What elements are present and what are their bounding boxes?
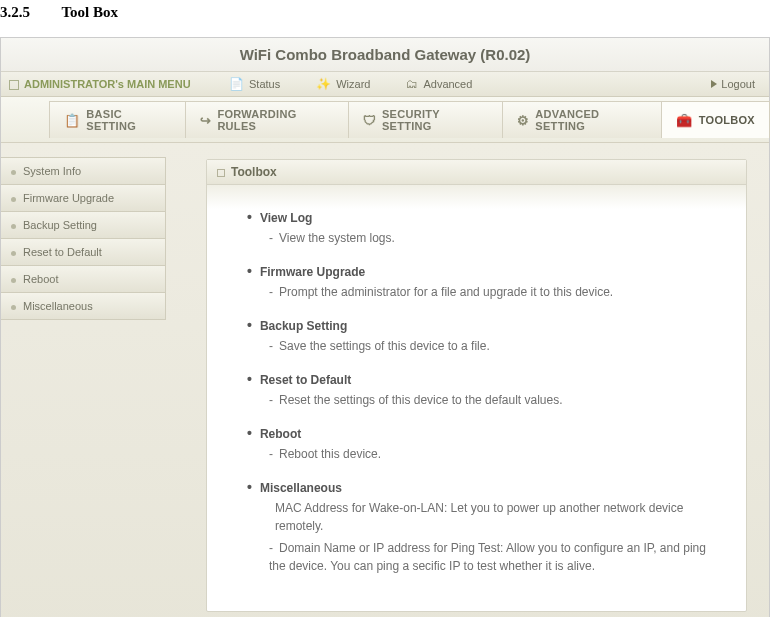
tab-security-setting[interactable]: 🛡SECURITY SETTING [348,101,503,138]
router-admin-window: WiFi Combo Broadband Gateway (R0.02) ADM… [0,37,770,617]
bullet-icon [11,305,16,310]
panel-header-icon [217,169,225,177]
window-header: WiFi Combo Broadband Gateway (R0.02) [1,38,769,72]
bullet-icon [11,278,16,283]
sidebar-item[interactable]: Backup Setting [1,212,166,239]
toolbox-entry-desc: Reboot this device. [247,445,716,463]
toolbox-entry-desc: Save the settings of this device to a fi… [247,337,716,355]
toolbox-entry-desc: Reset the settings of this device to the… [247,391,716,409]
bullet-icon [11,197,16,202]
toolbox-entry: MiscellaneousMAC Address for Wake-on-LAN… [247,479,716,575]
sidebar-item-label: Firmware Upgrade [23,192,114,204]
advanced-setting-icon: ⚙ [517,113,529,128]
toolbox-entry-desc: View the system logs. [247,229,716,247]
admin-icon [9,80,19,90]
advanced-icon: 🗂 [406,77,418,91]
toolbox-entry: View LogView the system logs. [247,209,716,247]
bullet-icon [11,224,16,229]
bullet-icon [11,251,16,256]
toolbox-panel: Toolbox View LogView the system logs.Fir… [206,159,747,612]
body-area: System InfoFirmware UpgradeBackup Settin… [1,143,769,617]
sidebar-item[interactable]: Reset to Default [1,239,166,266]
toolbox-icon: 🧰 [676,113,692,128]
admin-menu-label: ADMINISTRATOR's MAIN MENU [1,78,211,90]
section-title: Tool Box [61,4,118,20]
sidebar-item[interactable]: Miscellaneous [1,293,166,320]
content-area: Toolbox View LogView the system logs.Fir… [166,143,769,617]
toolbox-entry-title[interactable]: Backup Setting [247,317,716,333]
sidebar-item-label: System Info [23,165,81,177]
sidebar-item[interactable]: Reboot [1,266,166,293]
tab-toolbox[interactable]: 🧰TOOLBOX [661,101,770,138]
bullet-icon [11,170,16,175]
sidebar-item-label: Backup Setting [23,219,97,231]
basic-setting-icon: 📋 [64,113,80,128]
section-number: 3.2.5 [0,4,30,20]
toolbox-entry: Backup SettingSave the settings of this … [247,317,716,355]
main-menu-bar: ADMINISTRATOR's MAIN MENU 📄Status ✨Wizar… [1,72,769,97]
toolbox-entry-title[interactable]: View Log [247,209,716,225]
toolbox-entry: Firmware UpgradePrompt the administrator… [247,263,716,301]
panel-title: Toolbox [231,165,277,179]
menu-wizard[interactable]: ✨Wizard [298,77,388,91]
toolbox-entry-title[interactable]: Firmware Upgrade [247,263,716,279]
sidebar-item-label: Miscellaneous [23,300,93,312]
status-icon: 📄 [229,77,244,91]
tab-basic-setting[interactable]: 📋BASIC SETTING [49,101,186,138]
sidebar-item[interactable]: System Info [1,157,166,185]
panel-gradient [207,185,746,209]
doc-section-heading: 3.2.5 Tool Box [0,0,770,37]
logout-arrow-icon [711,80,717,88]
sidebar: System InfoFirmware UpgradeBackup Settin… [1,143,166,617]
menu-advanced[interactable]: 🗂Advanced [388,77,490,91]
toolbox-entry-desc: Domain Name or IP address for Ping Test:… [247,539,716,575]
toolbox-entry-desc: Prompt the administrator for a file and … [247,283,716,301]
sidebar-item-label: Reset to Default [23,246,102,258]
menu-logout[interactable]: Logout [711,78,769,90]
forwarding-icon: ↪ [200,113,211,128]
sidebar-item-label: Reboot [23,273,58,285]
toolbox-entry-title[interactable]: Reboot [247,425,716,441]
toolbox-entry: RebootReboot this device. [247,425,716,463]
tab-advanced-setting[interactable]: ⚙ADVANCED SETTING [502,101,662,138]
toolbox-entry-title[interactable]: Miscellaneous [247,479,716,495]
tab-bar: 📋BASIC SETTING ↪FORWARDING RULES 🛡SECURI… [1,97,769,143]
sidebar-item[interactable]: Firmware Upgrade [1,185,166,212]
security-icon: 🛡 [363,113,376,128]
tab-forwarding-rules[interactable]: ↪FORWARDING RULES [185,101,349,138]
toolbox-entry-desc: MAC Address for Wake-on-LAN: Let you to … [247,499,716,535]
panel-header: Toolbox [207,160,746,185]
wizard-icon: ✨ [316,77,331,91]
toolbox-entry: Reset to DefaultReset the settings of th… [247,371,716,409]
menu-status[interactable]: 📄Status [211,77,298,91]
toolbox-entry-title[interactable]: Reset to Default [247,371,716,387]
device-title: WiFi Combo Broadband Gateway (R0.02) [240,46,531,63]
panel-body: View LogView the system logs.Firmware Up… [207,209,746,611]
